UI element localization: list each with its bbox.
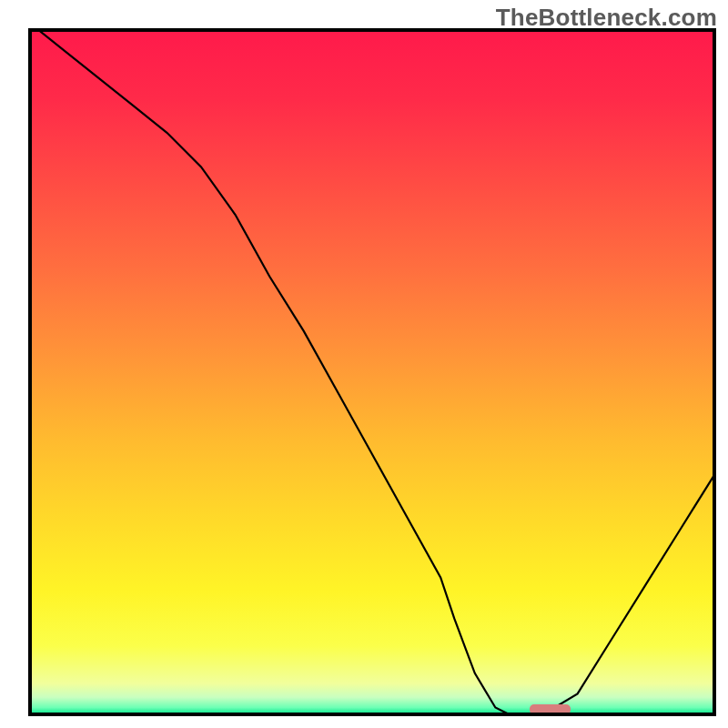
- watermark-label: TheBottleneck.com: [496, 4, 717, 32]
- bottleneck-chart: TheBottleneck.com: [0, 0, 728, 728]
- chart-svg: [0, 0, 728, 728]
- plot-background: [30, 30, 714, 714]
